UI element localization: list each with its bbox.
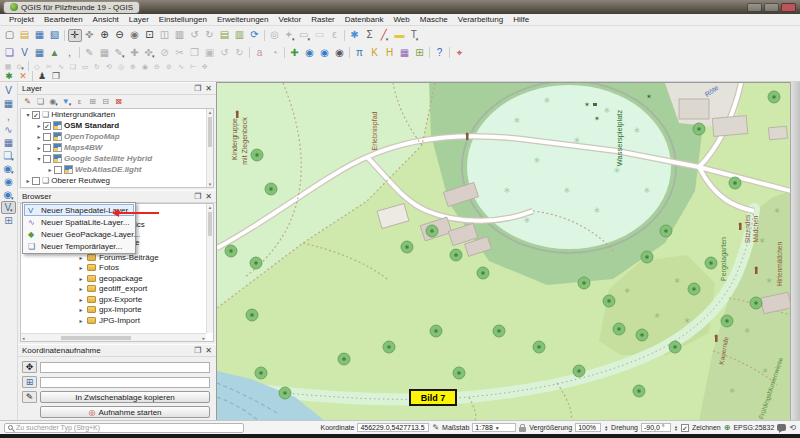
layer-tree-item-osm-standard[interactable]: ▸✓OSM Standard bbox=[21, 120, 213, 131]
layer-checkbox[interactable] bbox=[43, 155, 51, 163]
tasks-icon[interactable]: ⟲ bbox=[789, 424, 796, 432]
menu-web[interactable]: Web bbox=[388, 15, 414, 24]
save-project-icon[interactable]: ▦ bbox=[33, 29, 47, 42]
menu-verarbeitung[interactable]: Verarbeitung bbox=[453, 15, 508, 24]
processing-toolbox-icon[interactable]: ✱ bbox=[3, 71, 16, 81]
add-part-icon[interactable]: ⊕ bbox=[128, 62, 139, 71]
dropdown-arrow-icon[interactable]: ▾ bbox=[152, 53, 155, 59]
save-edits-icon[interactable]: ▦ bbox=[3, 62, 14, 71]
add-feature-icon[interactable]: ✚ bbox=[128, 46, 142, 59]
layer-tree-item-oberer-reutweg[interactable]: ▸❏Oberer Reutweg bbox=[21, 175, 213, 186]
select-features-icon[interactable]: ▭▾ bbox=[298, 29, 312, 42]
add-vector-layer-icon[interactable]: V bbox=[1, 84, 16, 97]
statistics-icon[interactable]: Σ bbox=[363, 29, 377, 42]
expand-icon[interactable]: ▸ bbox=[77, 285, 85, 292]
coordinate-field-grid[interactable] bbox=[40, 377, 210, 388]
layer-tree-item-webatlasde-light[interactable]: ▸WebAtlasDE.light bbox=[21, 164, 213, 175]
menu-hilfe[interactable]: Hilfe bbox=[508, 15, 534, 24]
track-mouse-icon[interactable]: ✎ bbox=[22, 391, 37, 403]
delete-part-icon[interactable]: ⊘ bbox=[164, 62, 175, 71]
layer-tree-item-hintergrundkarten[interactable]: ▾✓❏Hintergrundkarten bbox=[21, 109, 213, 120]
add-group-icon[interactable]: ❏ bbox=[35, 96, 47, 107]
add-layer-group-icon[interactable]: ❏▾ bbox=[1, 149, 16, 162]
reshape-features-icon[interactable]: ◇ bbox=[32, 62, 43, 71]
undo-icon[interactable]: ↺ bbox=[218, 46, 232, 59]
locator-search-input[interactable]: Zu suchender Typ (Strg+K) bbox=[4, 423, 244, 433]
identify-features-icon[interactable]: ◎ bbox=[268, 29, 282, 42]
lock-icon[interactable] bbox=[519, 427, 526, 432]
expand-icon[interactable]: ▸ bbox=[35, 122, 43, 129]
dropdown-arrow-icon[interactable]: ▾ bbox=[292, 36, 295, 42]
new-vector-layer-icon[interactable]: V▾ bbox=[1, 201, 16, 214]
grid-plus-icon[interactable]: ⊞ bbox=[413, 46, 427, 59]
rotate-feature-icon[interactable]: ↻ bbox=[92, 62, 103, 71]
style-manager-icon[interactable]: ✎ bbox=[22, 96, 34, 107]
dropdown-arrow-icon[interactable]: ▾ bbox=[386, 36, 389, 42]
messages-icon[interactable] bbox=[777, 424, 786, 431]
snapping-options-icon[interactable]: ⊙▾ bbox=[15, 62, 26, 71]
menu-ansicht[interactable]: Ansicht bbox=[88, 15, 124, 24]
expand-icon[interactable]: ▸ bbox=[77, 296, 85, 303]
refresh-map-icon[interactable]: ⟳ bbox=[248, 29, 262, 42]
browser-scrollbar-vertical[interactable]: ▴ bbox=[206, 204, 213, 333]
deselect-features-icon[interactable]: ▭ bbox=[313, 29, 327, 42]
close-panel-icon[interactable]: ✕ bbox=[205, 193, 212, 201]
show-layouts-icon[interactable]: ◉ bbox=[303, 46, 317, 59]
menu-item-neuer-spatialite-layer[interactable]: ∿Neuer SpatiaLite-Layer... bbox=[24, 216, 134, 228]
zoom-next-icon[interactable]: ↻ bbox=[203, 29, 217, 42]
browser-item-geotiff-export[interactable]: ▸geotiff_export bbox=[21, 284, 213, 295]
menu-bearbeiten[interactable]: Bearbeiten bbox=[39, 15, 88, 24]
manage-map-themes-icon[interactable]: ◉▾ bbox=[48, 96, 60, 107]
add-wfs-layer-icon[interactable]: ◉▾ bbox=[1, 188, 16, 201]
minimize-button[interactable] bbox=[747, 3, 762, 12]
zoom-to-selection-icon[interactable]: ◫ bbox=[158, 29, 172, 42]
move-feature-icon[interactable]: ✜ bbox=[200, 62, 211, 71]
expand-icon[interactable]: ▸ bbox=[77, 306, 85, 313]
dropdown-arrow-icon[interactable]: ▾ bbox=[416, 36, 419, 42]
osm-map[interactable]: ∗∗∗∗∗∗∗∗∗∗∗∗∗∗∗∗∗∗∗∗∗∗∗✶✶✶Kindergruppemi… bbox=[217, 83, 790, 420]
zoom-last-icon[interactable]: ↺ bbox=[188, 29, 202, 42]
kml-export-icon[interactable]: K bbox=[368, 46, 382, 59]
zoom-native-icon[interactable]: ◉ bbox=[128, 29, 142, 42]
menu-masche[interactable]: Masche bbox=[415, 15, 453, 24]
expand-icon[interactable]: ▸ bbox=[77, 317, 85, 324]
remove-layer-icon[interactable]: ⊠ bbox=[113, 96, 125, 107]
save-layer-edits-icon[interactable]: ▦ bbox=[98, 46, 112, 59]
layer-labeling-icon[interactable]: a bbox=[253, 46, 267, 59]
dropdown-arrow-icon[interactable]: ▾ bbox=[307, 36, 310, 42]
open-project-icon[interactable]: ▤ bbox=[18, 29, 32, 42]
paste-features-icon[interactable]: ▣ bbox=[203, 46, 217, 59]
add-postgis-layer-icon[interactable]: ▦ bbox=[1, 136, 16, 149]
layer-diagram-icon[interactable]: ◔ bbox=[268, 46, 282, 59]
add-raster-layer-icon[interactable]: ▦ bbox=[33, 46, 47, 59]
filter-expression-icon[interactable]: ε bbox=[74, 96, 86, 107]
menu-raster[interactable]: Raster bbox=[306, 15, 340, 24]
expand-icon[interactable]: ▸ bbox=[35, 133, 43, 140]
merge-attributes-icon[interactable]: ▭ bbox=[80, 62, 91, 71]
new-print-layout-icon[interactable]: ✚ bbox=[288, 46, 302, 59]
new-bookmark-icon[interactable]: ▤ bbox=[218, 29, 232, 42]
cut-features-icon[interactable]: ✂ bbox=[173, 46, 187, 59]
browser-item-gpx-exporte[interactable]: ▸gpx-Exporte bbox=[21, 294, 213, 305]
magnifier-spinner[interactable]: ▲▼ bbox=[604, 425, 608, 431]
coordinate-value[interactable]: 456229.0,5427713.5 bbox=[357, 423, 429, 432]
menu-item-neuer-geopackage-layer[interactable]: ◆Neuer GeoPackage-Layer... bbox=[24, 228, 134, 240]
browser-item-fotos[interactable]: ▸Fotos bbox=[21, 263, 213, 274]
save-project-as-icon[interactable]: ▧ bbox=[48, 29, 62, 42]
qgis2web-icon[interactable]: ◉ bbox=[333, 46, 347, 59]
vertex-tool-icon[interactable]: ✜▾ bbox=[143, 46, 157, 59]
add-delimited-text-icon[interactable]: , bbox=[63, 46, 77, 59]
add-wms-layer-icon[interactable]: ◉▾ bbox=[1, 162, 16, 175]
add-wcs-layer-icon[interactable]: ◉ bbox=[1, 175, 16, 188]
close-button[interactable] bbox=[781, 3, 796, 12]
layer-checkbox[interactable]: ✓ bbox=[32, 111, 40, 119]
new-project-icon[interactable]: ▢ bbox=[3, 29, 17, 42]
zoom-to-layer-icon[interactable]: ▥ bbox=[173, 29, 187, 42]
layer-checkbox[interactable] bbox=[43, 133, 51, 141]
browser-item-geopackage[interactable]: ▸geopackage bbox=[21, 273, 213, 284]
field-calculator-icon[interactable]: ✱ bbox=[348, 29, 362, 42]
map-canvas[interactable]: ∗∗∗∗∗∗∗∗∗∗∗∗∗∗∗∗∗∗∗∗∗∗∗✶✶✶Kindergruppemi… bbox=[216, 82, 790, 420]
expand-icon[interactable]: ▸ bbox=[77, 254, 85, 261]
dropdown-arrow-icon[interactable]: ▾ bbox=[10, 207, 13, 213]
pan-map-icon[interactable]: ✛ bbox=[68, 29, 82, 42]
